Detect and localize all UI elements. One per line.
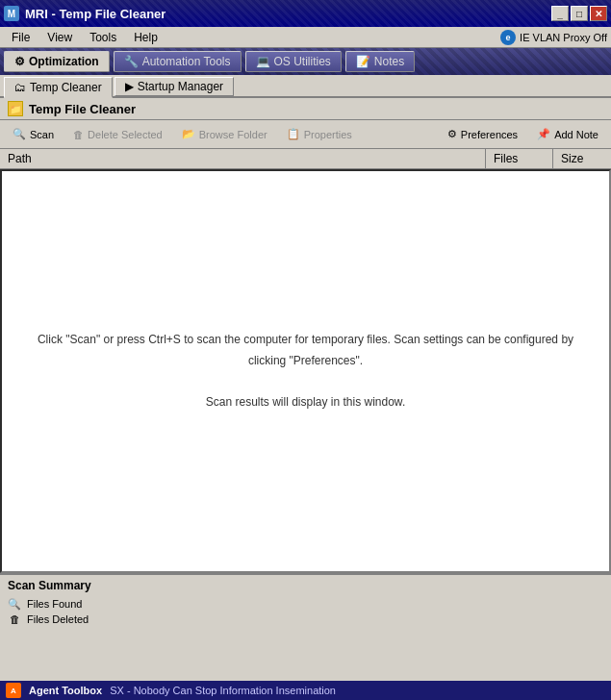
files-found-icon: 🔍 bbox=[8, 597, 21, 611]
scan-summary-title: Scan Summary bbox=[8, 579, 603, 592]
toolbar-right: ⚙ Preferences 📌 Add Note bbox=[439, 124, 607, 145]
agent-icon: A bbox=[6, 683, 21, 698]
toolbar: 🔍 Scan 🗑 Delete Selected 📂 Browse Folder… bbox=[0, 120, 611, 149]
restore-button[interactable]: □ bbox=[571, 6, 588, 21]
files-deleted-label: Files Deleted bbox=[27, 613, 89, 625]
tab-notes[interactable]: 📝 Notes bbox=[345, 51, 415, 72]
delete-label: Delete Selected bbox=[88, 129, 163, 140]
window-title: MRI - Temp File Cleaner bbox=[25, 7, 551, 21]
add-note-button[interactable]: 📌 Add Note bbox=[528, 124, 607, 145]
section-icon: 📁 bbox=[8, 101, 23, 116]
window-controls: _ □ ✕ bbox=[551, 6, 607, 21]
scan-message-line2: Scan results will display in this window… bbox=[206, 395, 405, 409]
scan-summary-section: Scan Summary 🔍 Files Found 🗑 Files Delet… bbox=[0, 573, 611, 631]
scan-message-line1: Click "Scan" or press Ctrl+S to scan the… bbox=[38, 333, 573, 367]
delete-icon: 🗑 bbox=[73, 129, 84, 140]
tab-os-label: OS Utilities bbox=[274, 55, 331, 68]
menu-bar: File View Tools Help e IE VLAN Proxy Off bbox=[0, 27, 611, 48]
menu-help[interactable]: Help bbox=[126, 29, 165, 46]
section-title: Temp File Cleaner bbox=[29, 102, 136, 116]
app-icon: M bbox=[4, 6, 19, 21]
col-files: Files bbox=[486, 149, 553, 168]
os-icon: 💻 bbox=[256, 55, 270, 68]
menu-tools[interactable]: Tools bbox=[82, 29, 124, 46]
tab-os-utilities[interactable]: 💻 OS Utilities bbox=[245, 51, 342, 72]
notes-icon: 📝 bbox=[356, 55, 370, 68]
files-deleted-icon: 🗑 bbox=[8, 612, 21, 626]
tab-optimization[interactable]: ⚙ Optimization bbox=[4, 51, 110, 72]
add-note-icon: 📌 bbox=[537, 128, 550, 140]
scan-label: Scan bbox=[30, 129, 54, 140]
tab-startup-manager[interactable]: ▶ Startup Manager bbox=[115, 77, 234, 96]
files-deleted-item: 🗑 Files Deleted bbox=[8, 612, 603, 627]
properties-icon: 📋 bbox=[287, 128, 300, 140]
startup-icon: ▶ bbox=[125, 80, 134, 93]
preferences-label: Preferences bbox=[461, 129, 518, 140]
tab-automation-tools[interactable]: 🔧 Automation Tools bbox=[114, 51, 242, 72]
preferences-icon: ⚙ bbox=[447, 128, 457, 140]
tab-optimization-label: Optimization bbox=[29, 55, 99, 68]
main-content-area: Click "Scan" or press Ctrl+S to scan the… bbox=[0, 169, 611, 573]
title-bar: M MRI - Temp File Cleaner _ □ ✕ bbox=[0, 0, 611, 27]
temp-cleaner-icon: 🗂 bbox=[14, 81, 26, 94]
tab-startup-label: Startup Manager bbox=[138, 80, 223, 93]
menu-items: File View Tools Help bbox=[4, 29, 165, 46]
ie-proxy-label: IE VLAN Proxy Off bbox=[520, 32, 607, 43]
browse-label: Browse Folder bbox=[199, 129, 267, 140]
col-size: Size bbox=[553, 149, 611, 168]
menu-file[interactable]: File bbox=[4, 29, 38, 46]
browse-icon: 📂 bbox=[182, 128, 195, 140]
properties-label: Properties bbox=[304, 129, 352, 140]
scan-icon: 🔍 bbox=[13, 128, 26, 140]
browse-folder-button[interactable]: 📂 Browse Folder bbox=[173, 124, 276, 145]
tab-temp-cleaner[interactable]: 🗂 Temp Cleaner bbox=[4, 77, 113, 98]
primary-tab-bar: ⚙ Optimization 🔧 Automation Tools 💻 OS U… bbox=[0, 48, 611, 75]
optimization-icon: ⚙ bbox=[14, 55, 25, 68]
tab-notes-label: Notes bbox=[374, 55, 404, 68]
files-found-item: 🔍 Files Found bbox=[8, 596, 603, 612]
secondary-tab-bar: 🗂 Temp Cleaner ▶ Startup Manager bbox=[0, 75, 611, 98]
close-button[interactable]: ✕ bbox=[590, 6, 607, 21]
tab-temp-cleaner-label: Temp Cleaner bbox=[30, 81, 102, 94]
files-found-label: Files Found bbox=[27, 598, 82, 610]
table-header: Path Files Size bbox=[0, 149, 611, 169]
ie-proxy-status: e IE VLAN Proxy Off bbox=[500, 30, 607, 45]
agent-toolbox-label: Agent Toolbox bbox=[29, 685, 102, 696]
add-note-label: Add Note bbox=[554, 129, 598, 140]
menu-view[interactable]: View bbox=[39, 29, 80, 46]
delete-selected-button[interactable]: 🗑 Delete Selected bbox=[64, 124, 171, 145]
properties-button[interactable]: 📋 Properties bbox=[278, 124, 361, 145]
scan-message: Click "Scan" or press Ctrl+S to scan the… bbox=[33, 330, 579, 412]
section-header: 📁 Temp File Cleaner bbox=[0, 98, 611, 120]
preferences-button[interactable]: ⚙ Preferences bbox=[439, 124, 526, 145]
scan-button[interactable]: 🔍 Scan bbox=[4, 124, 63, 145]
status-bar: A Agent Toolbox SX - Nobody Can Stop Inf… bbox=[0, 681, 611, 700]
ie-icon: e bbox=[500, 30, 516, 45]
minimize-button[interactable]: _ bbox=[551, 6, 569, 21]
col-path: Path bbox=[0, 149, 486, 168]
tab-automation-label: Automation Tools bbox=[142, 55, 231, 68]
status-message: SX - Nobody Can Stop Information Insemin… bbox=[110, 685, 336, 696]
automation-icon: 🔧 bbox=[124, 55, 139, 68]
